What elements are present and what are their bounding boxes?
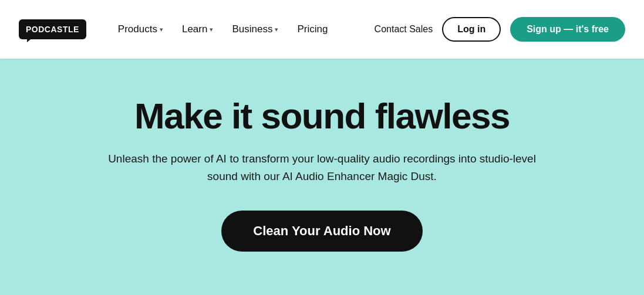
nav-item-business[interactable]: Business ▾ xyxy=(224,19,286,40)
logo[interactable]: PODCASTLE xyxy=(19,19,86,39)
hero-subtitle: Unleash the power of AI to transform you… xyxy=(99,150,545,185)
logo-text: PODCASTLE xyxy=(19,19,86,39)
chevron-down-icon: ▾ xyxy=(160,26,163,33)
nav-item-pricing[interactable]: Pricing xyxy=(289,19,336,40)
chevron-down-icon: ▾ xyxy=(210,26,213,33)
cta-button[interactable]: Clean Your Audio Now xyxy=(221,211,422,252)
hero-section: Make it sound flawless Unleash the power… xyxy=(0,59,644,295)
navbar: PODCASTLE Products ▾ Learn ▾ Business ▾ … xyxy=(0,0,644,59)
signup-button[interactable]: Sign up — it's free xyxy=(510,17,625,42)
contact-sales-link[interactable]: Contact Sales xyxy=(375,24,433,35)
chevron-down-icon: ▾ xyxy=(275,26,278,33)
nav-item-learn[interactable]: Learn ▾ xyxy=(174,19,221,40)
login-button[interactable]: Log in xyxy=(442,17,501,42)
hero-title: Make it sound flawless xyxy=(134,96,510,136)
nav-links: Products ▾ Learn ▾ Business ▾ Pricing xyxy=(110,19,375,40)
nav-right: Contact Sales Log in Sign up — it's free xyxy=(375,17,625,42)
nav-item-products[interactable]: Products ▾ xyxy=(110,19,171,40)
